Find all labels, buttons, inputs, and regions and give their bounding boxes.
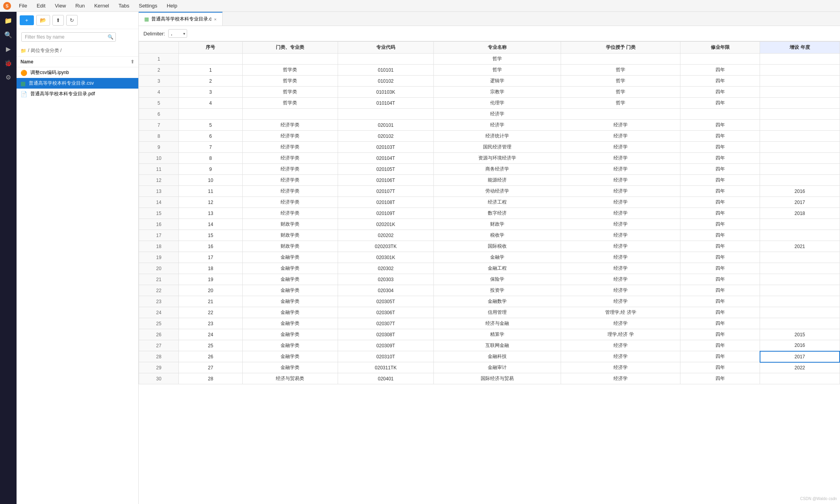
rail-debug-icon[interactable]: 🐞 (3, 57, 14, 69)
menu-edit[interactable]: Edit (35, 2, 47, 9)
cell-rownum: 13 (139, 186, 179, 197)
cell-daima: 020108T (338, 197, 434, 208)
table-row: 1412经济学类020108T经济工程经济学四年2017 (139, 197, 840, 208)
menu-view[interactable]: View (53, 2, 67, 9)
file-name-pdf: 普通高等学校本科专业目录.pdf (30, 91, 95, 97)
cell-xuhao: 13 (179, 208, 243, 219)
cell-daima: 020302 (338, 263, 434, 274)
cell-daima: 010101 (338, 65, 434, 76)
delimiter-select[interactable]: , Tab ; (168, 29, 187, 38)
cell-mingcheng: 金融审计 (433, 362, 561, 373)
cell-daima: 020303 (338, 274, 434, 285)
cell-daima: 020109T (338, 208, 434, 219)
table-row: 1917金融学类020301K金融学经济学四年 (139, 252, 840, 263)
cell-xueli: 经济学 (561, 164, 680, 175)
menu-help[interactable]: Help (165, 2, 179, 9)
rail-run-icon[interactable]: ▶ (3, 43, 14, 54)
cell-xueli: 经济学 (561, 153, 680, 164)
cell-niuxian: 四年 (680, 164, 760, 175)
file-item-pdf[interactable]: 📄 普通高等学校本科专业目录.pdf (17, 89, 138, 99)
csv-icon: ▦ (20, 80, 26, 87)
cell-rownum: 6 (139, 109, 179, 120)
cell-rownum: 26 (139, 329, 179, 340)
table-row: 2422金融学类020306T信用管理管理学,经 济学四年 (139, 307, 840, 318)
breadcrumb-text[interactable]: / 岗位专业分类 / (28, 47, 61, 54)
refresh-button[interactable]: ↻ (66, 15, 78, 26)
cell-mingcheng: 国际税收 (433, 241, 561, 252)
cell-xuhao: 26 (179, 351, 243, 362)
cell-mingcheng: 伦理学 (433, 98, 561, 109)
menu-file[interactable]: File (17, 2, 29, 9)
cell-rownum: 25 (139, 318, 179, 329)
cell-daima: 020105T (338, 164, 434, 175)
search-input[interactable] (21, 32, 116, 42)
upload-button[interactable]: ⬆ (52, 15, 64, 26)
menu-run[interactable]: Run (74, 2, 86, 9)
cell-zengjia (760, 87, 840, 98)
menu-settings[interactable]: Settings (137, 2, 159, 9)
rail-files-icon[interactable]: 📁 (3, 15, 14, 26)
cell-zengjia (760, 65, 840, 76)
cell-rownum: 12 (139, 175, 179, 186)
cell-daima: 020203TK (338, 241, 434, 252)
cell-daima: 010102 (338, 76, 434, 87)
cell-zengjia: 2016 (760, 186, 840, 197)
cell-xuhao: 2 (179, 76, 243, 87)
cell-xueli: 管理学,经 济学 (561, 307, 680, 318)
file-item-csv[interactable]: ▦ 普通高等学校本科专业目录.csv (17, 78, 138, 89)
cell-rownum: 24 (139, 307, 179, 318)
cell-menlei: 经济学类 (242, 164, 338, 175)
table-row: 54哲学类010104T伦理学哲学四年 (139, 98, 840, 109)
cell-rownum: 1 (139, 54, 179, 65)
cell-niuxian: 四年 (680, 373, 760, 384)
col-zengjia: 增设 年度 (760, 42, 840, 54)
cell-xueli: 经济学 (561, 373, 680, 384)
cell-menlei: 经济学类 (242, 120, 338, 131)
cell-niuxian: 四年 (680, 153, 760, 164)
menu-tabs[interactable]: Tabs (117, 2, 131, 9)
new-button[interactable]: + (20, 15, 34, 25)
cell-menlei: 金融学类 (242, 252, 338, 263)
rail-search-icon[interactable]: 🔍 (3, 29, 14, 40)
cell-xuhao: 22 (179, 307, 243, 318)
cell-niuxian: 四年 (680, 285, 760, 296)
sort-icon[interactable]: ⬆ (130, 59, 134, 65)
cell-zengjia (760, 318, 840, 329)
icon-rail: 📁 🔍 ▶ 🐞 ⚙ (0, 12, 17, 504)
table-row: 1311经济学类020107T劳动经济学经济学四年2016 (139, 186, 840, 197)
folder-button[interactable]: 📂 (36, 15, 50, 26)
cell-xueli: 经济学 (561, 142, 680, 153)
cell-menlei: 金融学类 (242, 362, 338, 373)
cell-daima: 020309T (338, 340, 434, 351)
table-wrap[interactable]: 序号 门类、专业类 专业代码 专业名称 学位授予 门类 修业年限 增设 年度 1… (139, 41, 840, 504)
cell-xueli: 经济学 (561, 252, 680, 263)
cell-niuxian (680, 54, 760, 65)
cell-xuhao: 11 (179, 186, 243, 197)
cell-niuxian: 四年 (680, 197, 760, 208)
menu-kernel[interactable]: Kernel (93, 2, 111, 9)
table-row: 2725金融学类020309T互联网金融经济学四年2016 (139, 340, 840, 351)
cell-niuxian: 四年 (680, 65, 760, 76)
cell-zengjia: 2022 (760, 362, 840, 373)
cell-rownum: 11 (139, 164, 179, 175)
tab-csv[interactable]: ▦ 普通高等学校本科专业目录.c × (139, 12, 223, 26)
file-item-notebook[interactable]: 🟠 调整csv编码.ipynb (17, 67, 138, 78)
cell-xuhao: 3 (179, 87, 243, 98)
tab-close-button[interactable]: × (214, 17, 216, 22)
cell-mingcheng: 金融学 (433, 252, 561, 263)
cell-menlei: 经济学类 (242, 142, 338, 153)
cell-mingcheng: 经济统计学 (433, 131, 561, 142)
cell-xueli: 经济学 (561, 219, 680, 230)
cell-rownum: 16 (139, 219, 179, 230)
cell-xueli: 哲学 (561, 98, 680, 109)
file-name-csv: 普通高等学校本科专业目录.csv (29, 80, 94, 87)
cell-daima: 020101 (338, 120, 434, 131)
cell-xueli: 经济学 (561, 131, 680, 142)
cell-daima: 020401 (338, 373, 434, 384)
col-daima: 专业代码 (338, 42, 434, 54)
cell-zengjia (760, 307, 840, 318)
cell-niuxian: 四年 (680, 362, 760, 373)
cell-xueli: 经济学 (561, 362, 680, 373)
rail-extensions-icon[interactable]: ⚙ (3, 72, 14, 83)
cell-rownum: 20 (139, 263, 179, 274)
